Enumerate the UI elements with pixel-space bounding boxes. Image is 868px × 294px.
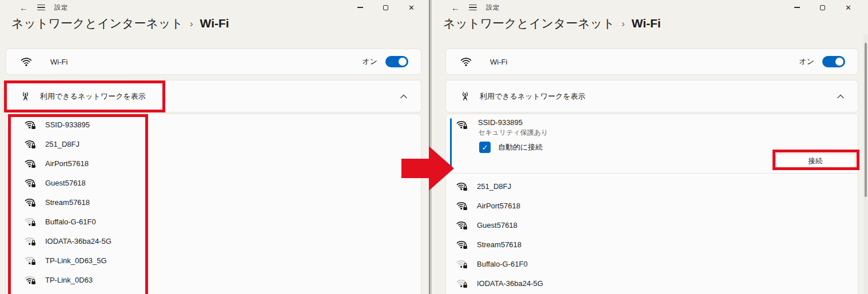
breadcrumb-parent[interactable]: ネットワークとインターネット [443,15,615,31]
chevron-up-icon [837,94,844,99]
screenshot-root: { "colors": { "accent": "#0067c0", "anno… [0,0,868,294]
wifi-toggle-card: Wi-Fi オン [445,49,858,75]
auto-connect-label: 自動的に接続 [498,142,543,152]
maximize-button[interactable] [373,0,399,15]
breadcrumb: ネットワークとインターネット › Wi-Fi [11,15,229,31]
maximize-button[interactable] [810,0,835,15]
menu-icon[interactable] [469,5,477,11]
wifi-network-name: Stream57618 [477,240,521,249]
app-title: 設定 [486,3,500,12]
close-button[interactable]: ✕ [835,0,861,15]
network-list: 251_D8FJ AirPort57618 [446,176,858,293]
scrollbar-thumb[interactable] [865,43,867,197]
wifi-network-row[interactable]: Stream57618 [446,235,858,254]
wifi-state-label: オン [362,57,377,67]
wifi-state-label: オン [799,57,814,67]
back-button[interactable]: ← [19,3,28,12]
secured-wifi-icon [456,220,468,230]
secured-wifi-icon [456,239,468,249]
secured-wifi-icon [456,181,468,191]
antenna-icon [460,91,471,102]
annotation-box-network-list [8,114,148,294]
titlebar: ← 設定 ✕ [0,0,429,15]
security-status: セキュリティ保護あり [478,128,548,138]
wifi-toggle[interactable] [822,56,845,67]
settings-window-after: ← 設定 ✕ ネットワークとインターネット › Wi-Fi Wi-Fi オン [432,0,868,294]
wifi-network-row[interactable]: AirPort57618 [446,196,858,215]
wifi-network-name: Buffalo-G-61F0 [477,260,528,268]
wifi-label: Wi-Fi [490,58,507,66]
available-networks-expander[interactable]: 利用できるネットワークを表示 [445,80,858,112]
wifi-icon [460,57,472,67]
annotation-box-expander [4,80,165,112]
wifi-toggle-card: Wi-Fi オン [6,49,421,75]
wifi-network-name: Guest57618 [477,221,517,229]
minimize-button[interactable] [347,0,373,15]
minimize-button[interactable] [784,0,810,15]
breadcrumb-parent[interactable]: ネットワークとインターネット [11,15,183,31]
secured-wifi-icon [456,119,468,130]
page-title: Wi-Fi [200,17,229,30]
secured-wifi-icon [456,278,468,288]
breadcrumb: ネットワークとインターネット › Wi-Fi [443,15,661,31]
menu-icon[interactable] [37,5,45,11]
breadcrumb-separator: › [622,18,625,30]
back-button[interactable]: ← [451,3,460,12]
secured-wifi-icon [456,200,468,211]
breadcrumb-separator: › [190,18,193,30]
wifi-network-row[interactable]: Buffalo-G-61F0 [446,254,858,273]
selected-network-name: SSID-933895 [478,118,523,127]
app-title: 設定 [54,3,68,12]
wifi-toggle[interactable] [385,56,408,67]
wifi-icon [20,57,33,67]
wifi-network-row[interactable]: 251_D8FJ [446,176,858,196]
wifi-network-name: AirPort57618 [477,202,520,210]
wifi-label: Wi-Fi [50,58,67,66]
selection-accent-bar [450,118,452,170]
wifi-network-row[interactable]: Guest57618 [446,215,858,235]
wifi-network-name: 251_D8FJ [477,182,511,191]
wifi-network-name: IODATA-36ba24-5G [477,279,543,288]
annotation-box-connect-button [773,150,859,170]
chevron-up-icon [400,94,407,99]
auto-connect-checkbox[interactable] [479,142,491,153]
wifi-network-row[interactable]: IODATA-36ba24-5G [446,273,858,293]
page-title: Wi-Fi [632,17,661,30]
expander-label: 利用できるネットワークを表示 [480,91,586,102]
secured-wifi-icon [456,259,468,269]
close-button[interactable]: ✕ [399,0,424,15]
network-list-card: SSID-933895 セキュリティ保護あり 自動的に接続 接続 251_D8F… [445,114,858,294]
titlebar: ← 設定 ✕ [432,0,868,15]
